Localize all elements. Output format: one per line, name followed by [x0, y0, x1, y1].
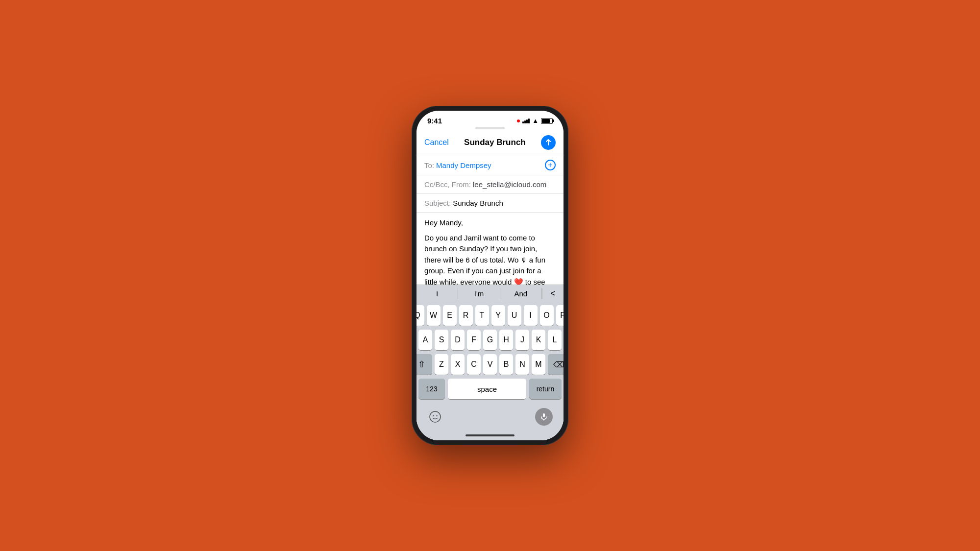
predictive-back-button[interactable]: < [542, 288, 564, 299]
phone-outer: 9:41 ▲ [412, 106, 568, 445]
shift-key[interactable]: ⇧ [416, 354, 432, 375]
key-v[interactable]: V [483, 354, 497, 375]
subject-label: Subject: [424, 199, 451, 207]
key-u[interactable]: U [508, 305, 521, 326]
key-y[interactable]: Y [491, 305, 505, 326]
red-dot [517, 120, 520, 122]
home-indicator [416, 432, 564, 440]
body-text: Hey Mandy, Do you and Jamil want to come… [424, 217, 556, 285]
key-n[interactable]: N [515, 354, 529, 375]
add-recipient-button[interactable]: + [545, 160, 556, 170]
svg-point-0 [430, 411, 441, 422]
keyboard: Q W E R T Y U I O P A S D [416, 302, 564, 405]
ccbcc-field-row[interactable]: Cc/Bcc, From: lee_stella@icloud.com [416, 175, 564, 194]
return-key[interactable]: return [529, 379, 562, 399]
key-m[interactable]: M [532, 354, 545, 375]
space-key[interactable]: space [448, 379, 526, 399]
wifi-icon: ▲ [532, 117, 539, 124]
key-row-1: Q W E R T Y U I O P [418, 305, 562, 326]
status-bar: 9:41 ▲ [416, 111, 564, 127]
key-a[interactable]: A [418, 330, 432, 350]
send-button[interactable] [541, 135, 556, 150]
svg-point-1 [433, 415, 434, 416]
compose-title: Sunday Brunch [464, 138, 526, 147]
status-icons: ▲ [517, 117, 553, 124]
svg-point-2 [436, 415, 437, 416]
battery-icon [541, 118, 553, 124]
ccbcc-value: lee_stella@icloud.com [473, 180, 556, 189]
key-i[interactable]: I [524, 305, 538, 326]
predictive-item-and[interactable]: And [500, 288, 542, 299]
key-r[interactable]: R [459, 305, 473, 326]
phone-screen: 9:41 ▲ [416, 111, 564, 440]
key-j[interactable]: J [515, 330, 529, 350]
key-row-4: 123 space return [418, 379, 562, 399]
key-row-2: A S D F G H J K L [418, 330, 562, 350]
subject-value: Sunday Brunch [453, 199, 556, 207]
key-p[interactable]: P [556, 305, 564, 326]
key-c[interactable]: C [467, 354, 481, 375]
key-d[interactable]: D [451, 330, 465, 350]
predictive-item-i[interactable]: I [416, 288, 458, 299]
key-b[interactable]: B [499, 354, 513, 375]
body-area[interactable]: Hey Mandy, Do you and Jamil want to come… [416, 213, 564, 285]
compose-area: Cancel Sunday Brunch To: Mandy Dempsey + [416, 130, 564, 440]
cancel-button[interactable]: Cancel [424, 138, 449, 147]
key-q[interactable]: Q [416, 305, 424, 326]
key-h[interactable]: H [499, 330, 513, 350]
emoji-button[interactable] [427, 409, 443, 425]
signal-bars [522, 119, 530, 123]
subject-field-row[interactable]: Subject: Sunday Brunch [416, 194, 564, 213]
ccbcc-label: Cc/Bcc, From: [424, 180, 471, 189]
notch [475, 127, 505, 129]
svg-rect-3 [543, 413, 545, 417]
bottom-bar [416, 405, 564, 432]
num-key[interactable]: 123 [418, 379, 445, 399]
body-greeting: Hey Mandy, [424, 217, 556, 229]
key-s[interactable]: S [435, 330, 448, 350]
key-o[interactable]: O [540, 305, 554, 326]
predictive-item-im[interactable]: I'm [458, 288, 500, 299]
to-value: Mandy Dempsey [436, 161, 545, 169]
to-label: To: [424, 161, 434, 169]
predictive-bar: I I'm And < [416, 285, 564, 302]
to-field-row[interactable]: To: Mandy Dempsey + [416, 155, 564, 175]
key-f[interactable]: F [467, 330, 481, 350]
status-time: 9:41 [427, 117, 442, 125]
body-paragraph: Do you and Jamil want to come to brunch … [424, 233, 556, 285]
key-w[interactable]: W [427, 305, 441, 326]
key-t[interactable]: T [475, 305, 489, 326]
home-bar [466, 434, 514, 436]
key-row-3: ⇧ Z X C V B N M ⌫ [418, 354, 562, 375]
compose-header: Cancel Sunday Brunch [416, 130, 564, 155]
key-k[interactable]: K [532, 330, 545, 350]
mic-button[interactable] [535, 408, 553, 426]
key-l[interactable]: L [548, 330, 562, 350]
key-g[interactable]: G [483, 330, 497, 350]
backspace-key[interactable]: ⌫ [548, 354, 564, 375]
key-x[interactable]: X [451, 354, 465, 375]
key-e[interactable]: E [443, 305, 457, 326]
background: 9:41 ▲ [0, 0, 980, 551]
key-z[interactable]: Z [435, 354, 448, 375]
notch-area [416, 127, 564, 130]
